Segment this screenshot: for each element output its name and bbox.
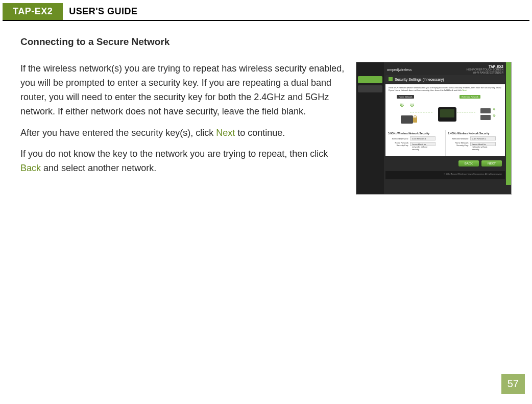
p2-text-a: After you have entered the security key(…	[20, 128, 216, 138]
figure-subtext-a: If the Wi-Fi network (Home Network) that…	[389, 86, 501, 91]
figure-router-icon: ⟱ ⟱	[400, 105, 414, 124]
screenshot-figure: amped|wireless TAP-EX2 HIGHPOWER TOUCH S…	[356, 62, 512, 195]
figure-title-text: Security Settings (if necessary)	[395, 78, 444, 81]
next-link-text: Next	[216, 128, 235, 138]
figure-sidebar-item	[358, 85, 382, 92]
figure-sec5-net-value: 5.0G Network 1	[410, 136, 436, 140]
figure-subtext-next: Next	[462, 89, 466, 91]
figure-topbar: amped|wireless TAP-EX2 HIGHPOWER TOUCH S…	[385, 64, 505, 75]
figure-column: amped|wireless TAP-EX2 HIGHPOWER TOUCH S…	[356, 62, 512, 196]
figure-next-button: NEXT	[481, 160, 502, 167]
body-area: If the wireless network(s) you are tryin…	[20, 62, 512, 196]
paragraph-3: If you do not know the key to the networ…	[20, 147, 346, 176]
p2-text-b: to continue.	[235, 128, 285, 138]
figure-diagram-label-extended: Extended Network	[460, 95, 480, 99]
p3-text-b: and select another network.	[41, 163, 156, 173]
figure-sec24-key-label: Home Network Security Key:	[448, 141, 469, 147]
section-heading: Connecting to a Secure Network	[20, 36, 512, 47]
page-number: 57	[501, 374, 525, 394]
paragraph-2: After you have entered the security key(…	[20, 126, 346, 140]
figure-diagram-label-home: Home Network	[397, 95, 414, 99]
figure-sec24-key-line: Home Network Security Key: Leave blank f…	[448, 141, 503, 147]
wifi-icon: ⟱	[400, 103, 404, 108]
figure-diagram: Home Network Extended Network ⟱ ⟱ ⟱	[385, 93, 505, 130]
figure-sec5-title: 5.0GHz Wireless Network Security	[388, 132, 443, 135]
text-column: If the wireless network(s) you are tryin…	[20, 62, 346, 196]
figure-button-row: BACK NEXT	[385, 156, 505, 171]
figure-devices: ⟱ ⟱	[480, 108, 491, 120]
header-product: TAP-EX2	[3, 3, 63, 20]
figure-extender-icon	[438, 107, 456, 122]
figure-sec5-key-hint: Leave blank for networks without securit…	[410, 142, 436, 146]
wifi-icon: ⟱	[410, 103, 414, 108]
figure-security-24ghz: 2.4GHz Wireless Network Security Selecte…	[446, 130, 505, 156]
figure-prod-line3: Wi-Fi RANGE EXTENDER	[466, 72, 503, 75]
figure-sidebar	[356, 62, 384, 194]
figure-sec5-network-line: Selected Network: 5.0G Network 1	[388, 136, 443, 140]
device-icon: ⟱	[480, 115, 491, 120]
wifi-icon: ⟱	[493, 114, 496, 118]
paragraph-1: If the wireless network(s) you are tryin…	[20, 62, 346, 119]
figure-sec24-net-value: 2.4G Network 2	[470, 136, 496, 140]
figure-subtext: If the Wi-Fi network (Home Network) that…	[385, 84, 505, 93]
figure-security-row: 5.0GHz Wireless Network Security Selecte…	[385, 130, 505, 156]
device-icon: ⟱	[480, 108, 491, 113]
figure-sidebar-item-active	[358, 76, 382, 83]
figure-main: amped|wireless TAP-EX2 HIGHPOWER TOUCH S…	[384, 62, 511, 194]
figure-sec24-key-hint: Leave blank for networks without securit…	[470, 142, 496, 146]
back-link-text: Back	[20, 163, 41, 173]
p3-text-a: If you do not know the key to the networ…	[20, 149, 328, 159]
content-area: Connecting to a Secure Network If the wi…	[0, 21, 532, 196]
figure-sec5-key-line: Home Network Security Key: Leave blank f…	[388, 141, 443, 147]
figure-sec5-key-label: Home Network Security Key:	[388, 141, 408, 147]
figure-product-label: TAP-EX2 HIGHPOWER TOUCH SCREEN Wi-Fi RAN…	[466, 65, 503, 75]
header-title: USER'S GUIDE	[63, 3, 143, 20]
figure-back-button: BACK	[458, 160, 479, 167]
wifi-icon: ⟱	[493, 107, 496, 111]
figure-security-5ghz: 5.0GHz Wireless Network Security Selecte…	[385, 130, 446, 156]
figure-title-bar: Security Settings (if necessary)	[385, 75, 505, 83]
figure-right-accent	[506, 62, 511, 185]
figure-footer: © 2014 Amped Wireless / Newo Corporation…	[385, 171, 505, 179]
page-header: TAP-EX2 USER'S GUIDE	[3, 3, 529, 21]
figure-logo: amped|wireless	[387, 68, 412, 72]
router-body-icon	[401, 115, 413, 124]
figure-connection-line	[457, 112, 475, 112]
figure-sec24-title: 2.4GHz Wireless Network Security	[448, 132, 503, 135]
figure-sec5-net-label: Selected Network:	[388, 137, 408, 140]
lock-icon	[413, 117, 417, 123]
figure-title-icon	[389, 77, 393, 81]
figure-sec24-network-line: Selected Network: 2.4G Network 2	[448, 136, 503, 140]
figure-sec24-net-label: Selected Network:	[448, 137, 469, 140]
